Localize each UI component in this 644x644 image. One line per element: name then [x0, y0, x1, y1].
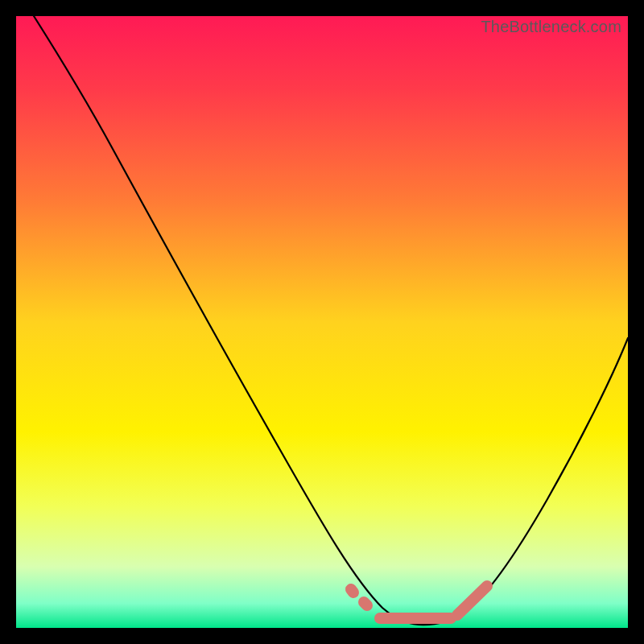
- bottleneck-chart: [16, 16, 628, 628]
- watermark-text: TheBottleneck.com: [481, 18, 621, 36]
- gradient-background: [16, 16, 628, 628]
- chart-frame: TheBottleneck.com: [16, 16, 628, 628]
